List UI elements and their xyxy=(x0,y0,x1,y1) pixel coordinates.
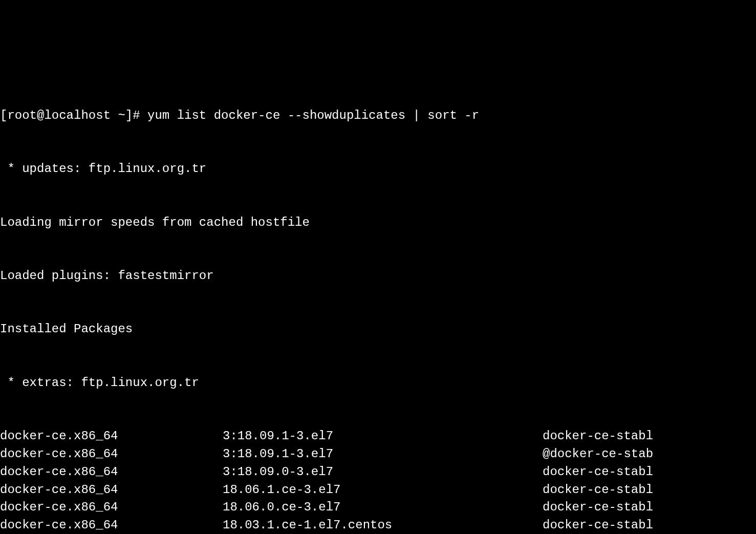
package-repo: docker-ce-stabl xyxy=(543,517,653,534)
package-version: 3:18.09.0-3.el7 xyxy=(223,463,543,481)
command-line: [root@localhost ~]# yum list docker-ce -… xyxy=(0,107,756,125)
package-repo: docker-ce-stabl xyxy=(543,499,653,517)
package-row: docker-ce.x86_643:18.09.1-3.el7docker-ce… xyxy=(0,428,756,445)
package-repo: docker-ce-stabl xyxy=(543,428,653,445)
package-version: 18.06.1.ce-3.el7 xyxy=(223,481,543,499)
shell-prompt: [root@localhost ~]# xyxy=(0,109,147,122)
output-updates: * updates: ftp.linux.org.tr xyxy=(0,160,756,178)
package-name: docker-ce.x86_64 xyxy=(0,463,223,481)
package-repo: docker-ce-stabl xyxy=(543,481,653,499)
output-loaded-plugins: Loaded plugins: fastestmirror xyxy=(0,267,756,285)
package-row: docker-ce.x86_6418.03.1.ce-1.el7.centosd… xyxy=(0,517,756,534)
package-name: docker-ce.x86_64 xyxy=(0,481,223,499)
package-repo: docker-ce-stabl xyxy=(543,463,653,481)
package-name: docker-ce.x86_64 xyxy=(0,445,223,463)
package-row: docker-ce.x86_643:18.09.1-3.el7@docker-c… xyxy=(0,445,756,463)
terminal[interactable]: [root@localhost ~]# yum list docker-ce -… xyxy=(0,71,756,534)
package-list: docker-ce.x86_643:18.09.1-3.el7docker-ce… xyxy=(0,428,756,534)
package-name: docker-ce.x86_64 xyxy=(0,428,223,445)
command-text: yum list docker-ce --showduplicates | so… xyxy=(147,109,479,122)
package-version: 3:18.09.1-3.el7 xyxy=(223,445,543,463)
package-row: docker-ce.x86_6418.06.0.ce-3.el7docker-c… xyxy=(0,499,756,517)
package-row: docker-ce.x86_6418.06.1.ce-3.el7docker-c… xyxy=(0,481,756,499)
output-extras: * extras: ftp.linux.org.tr xyxy=(0,374,756,392)
package-name: docker-ce.x86_64 xyxy=(0,499,223,517)
package-version: 3:18.09.1-3.el7 xyxy=(223,428,543,445)
package-row: docker-ce.x86_643:18.09.0-3.el7docker-ce… xyxy=(0,463,756,481)
package-repo: @docker-ce-stab xyxy=(543,445,653,463)
package-name: docker-ce.x86_64 xyxy=(0,517,223,534)
package-version: 18.06.0.ce-3.el7 xyxy=(223,499,543,517)
output-loading-mirror: Loading mirror speeds from cached hostfi… xyxy=(0,214,756,232)
package-version: 18.03.1.ce-1.el7.centos xyxy=(223,517,543,534)
output-installed-packages: Installed Packages xyxy=(0,321,756,338)
